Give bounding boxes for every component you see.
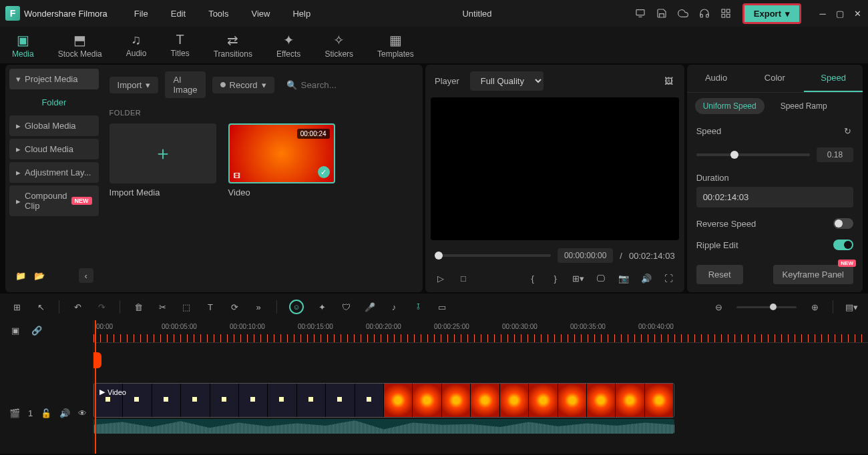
reset-button[interactable]: Reset [696, 265, 743, 284]
tab-speed-props[interactable]: Speed [804, 65, 863, 92]
visibility-icon[interactable]: 👁 [78, 408, 87, 418]
tab-media[interactable]: ▣Media [0, 27, 46, 63]
display-icon[interactable]: 🖵 [595, 272, 607, 284]
properties-panel: Audio Color Speed Uniform Speed Speed Ra… [687, 65, 863, 292]
menu-help[interactable]: Help [283, 5, 320, 23]
adjust-icon[interactable]: ⫱ [412, 302, 424, 312]
search-input[interactable] [301, 80, 414, 90]
text-icon[interactable]: T [204, 302, 216, 312]
ai-image-button[interactable]: AI Image [165, 71, 205, 98]
snapshot-icon[interactable]: 🖼 [663, 75, 675, 87]
collapse-sidebar-icon[interactable]: ‹ [79, 268, 93, 283]
quality-dropdown[interactable]: Full Quality [470, 71, 544, 91]
apps-icon[interactable] [720, 7, 732, 19]
track-grid-icon[interactable]: ▣ [9, 326, 21, 336]
tab-stickers[interactable]: ✧Stickers [312, 27, 365, 63]
zoom-out-icon[interactable]: ⊖ [712, 302, 724, 312]
link-icon[interactable]: 🔗 [31, 326, 43, 336]
stop-icon[interactable]: □ [457, 272, 469, 284]
rotate-icon[interactable]: ⟳ [228, 302, 240, 312]
transitions-icon: ⇄ [227, 32, 238, 48]
record-dropdown[interactable]: Record▾ [212, 77, 274, 93]
tab-effects[interactable]: ✦Effects [264, 27, 312, 63]
tab-color-props[interactable]: Color [745, 65, 804, 92]
maximize-icon[interactable]: ▢ [835, 8, 845, 19]
export-label: Export [754, 9, 781, 19]
keyframe-panel-button[interactable]: Keyframe Panel NEW [773, 265, 854, 284]
speed-slider[interactable] [696, 153, 810, 156]
headphones-icon[interactable] [698, 7, 710, 19]
timeline-panel: ⊞ ↖ ↶ ↷ 🗑 ✂ ⬚ T ⟳ » ☺ ✦ 🛡 🎤 ♪ ⫱ ▭ ⊖ ⊕ ▤▾… [0, 294, 868, 454]
menu-tools[interactable]: Tools [199, 5, 238, 23]
close-icon[interactable]: ✕ [852, 8, 863, 19]
zoom-in-icon[interactable]: ⊕ [809, 302, 821, 312]
tab-transitions[interactable]: ⇄Transitions [202, 27, 264, 63]
tab-audio-props[interactable]: Audio [687, 65, 746, 92]
playhead[interactable] [95, 320, 96, 454]
menu-edit[interactable]: Edit [162, 5, 195, 23]
volume-icon[interactable]: 🔊 [640, 272, 652, 284]
lock-icon[interactable]: 🔓 [41, 408, 51, 418]
folder-plus-icon[interactable]: 📂 [33, 270, 45, 282]
sidebar-adjustment-layer[interactable]: ▸Adjustment Lay... [9, 162, 99, 183]
subtab-speed-ramp[interactable]: Speed Ramp [773, 98, 835, 114]
reset-speed-icon[interactable]: ↻ [841, 125, 853, 137]
save-icon[interactable] [656, 7, 668, 19]
grid-icon[interactable]: ⊞ [11, 302, 23, 312]
video-track-icon[interactable]: 🎬 [9, 408, 20, 418]
crop-icon[interactable]: ⬚ [180, 302, 192, 312]
timeline-tracks[interactable]: 00:00 00:00:05:00 00:00:10:00 00:00:15:0… [93, 320, 868, 454]
sidebar-folder[interactable]: Folder [9, 92, 99, 113]
fullscreen-icon[interactable]: ⛶ [663, 272, 675, 284]
duration-field[interactable] [696, 187, 853, 207]
camera-icon[interactable]: 📷 [618, 272, 630, 284]
zoom-slider[interactable] [736, 306, 797, 308]
export-button[interactable]: Export ▾ [742, 3, 801, 24]
mute-icon[interactable]: 🔊 [59, 408, 70, 418]
cut-icon[interactable]: ✂ [156, 302, 168, 312]
desktop-icon[interactable] [634, 7, 646, 19]
preview-screen[interactable] [431, 97, 679, 240]
tab-audio[interactable]: ♫Audio [114, 27, 159, 63]
import-media-thumb[interactable]: ＋ Import Media [110, 123, 216, 197]
shield-icon[interactable]: 🛡 [340, 302, 352, 312]
sidebar-project-media[interactable]: ▾ Project Media [9, 69, 99, 89]
sidebar-cloud-media[interactable]: ▸Cloud Media [9, 139, 99, 159]
delete-icon[interactable]: 🗑 [132, 302, 144, 312]
tab-templates[interactable]: ▦Templates [365, 27, 426, 63]
aspect-icon[interactable]: ⊞▾ [572, 272, 584, 284]
minimize-icon[interactable]: ─ [817, 8, 828, 19]
cloud-icon[interactable] [677, 7, 689, 19]
video-clip[interactable]: ▶Video [93, 383, 674, 418]
more-tools-icon[interactable]: » [252, 302, 264, 312]
tab-titles[interactable]: TTitles [158, 27, 201, 63]
brace-right-icon[interactable]: } [550, 272, 562, 284]
speed-value[interactable]: 0.18 [817, 147, 853, 162]
sidebar-global-media[interactable]: ▸Global Media [9, 115, 99, 136]
menu-file[interactable]: File [125, 5, 158, 23]
video-thumb[interactable]: 00:00:24 ✓ 🎞 Video [228, 123, 335, 197]
audio-clip[interactable] [93, 419, 674, 434]
face-icon[interactable]: ☺ [289, 300, 304, 314]
brace-left-icon[interactable]: { [527, 272, 539, 284]
speed-label: Speed [696, 126, 722, 136]
sidebar-compound-clip[interactable]: ▸Compound ClipNEW [9, 185, 99, 216]
music-icon[interactable]: ♪ [388, 302, 400, 312]
new-folder-icon[interactable]: 📁 [15, 270, 27, 282]
play-icon[interactable]: ▷ [435, 272, 447, 284]
mic-icon[interactable]: 🎤 [364, 302, 376, 312]
view-options-icon[interactable]: ▤▾ [845, 302, 857, 312]
ripple-toggle[interactable] [833, 240, 853, 250]
undo-icon[interactable]: ↶ [71, 302, 83, 312]
import-dropdown[interactable]: Import▾ [110, 77, 159, 93]
tab-stock-media[interactable]: ⬒Stock Media [46, 27, 114, 63]
sparkle-icon[interactable]: ✦ [316, 302, 328, 312]
redo-icon[interactable]: ↷ [95, 302, 107, 312]
menu-view[interactable]: View [242, 5, 279, 23]
time-ruler[interactable]: 00:00 00:00:05:00 00:00:10:00 00:00:15:0… [93, 320, 868, 343]
cursor-icon[interactable]: ↖ [35, 302, 47, 312]
marker-icon[interactable]: ▭ [436, 302, 448, 312]
reverse-toggle[interactable] [833, 218, 853, 229]
playback-scrubber[interactable] [435, 254, 551, 257]
subtab-uniform-speed[interactable]: Uniform Speed [695, 98, 765, 114]
